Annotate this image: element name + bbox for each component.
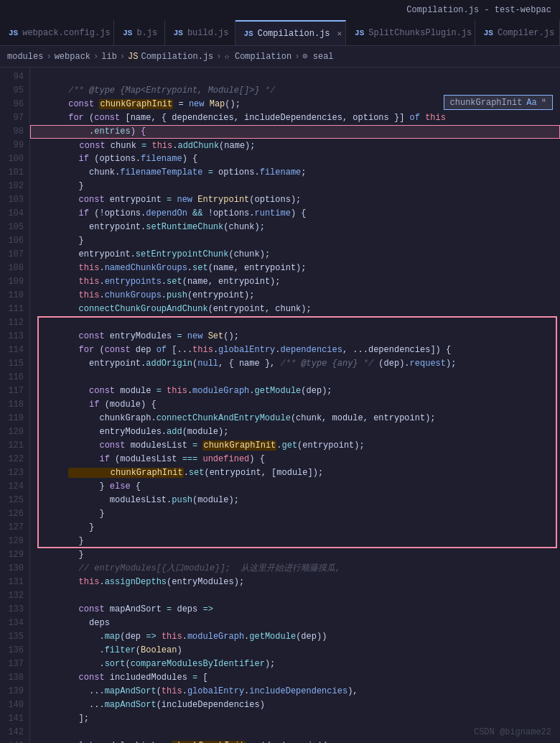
code-line-98: const chunk = this.addChunk(name); — [30, 125, 560, 139]
code-line-106: entrypoint.setEntrypointChunk(chunk); — [30, 234, 560, 248]
code-line-136: .sort(compareModulesByIdentifier); — [30, 644, 560, 657]
code-line-120: const modulesList = chunkGraphInit.get(e… — [30, 425, 560, 439]
tab-close-compilation[interactable]: ✕ — [337, 29, 342, 38]
tab-splitchunks[interactable]: JS SplitChunksPlugin.js — [346, 20, 475, 45]
code-line-130: this.assignDepths(entryModules); — [30, 562, 560, 576]
code-line-119: entryModules.add(module); — [30, 412, 560, 425]
code-line-109: this.chunkGroups.push(entrypoint); — [30, 275, 560, 289]
code-line-143: if (modulesList === undefined) { — [30, 739, 560, 743]
tab-b[interactable]: JS b.js — [114, 20, 165, 45]
bc-compilation-file: Compilation.js — [141, 52, 213, 62]
tab-icon-compiler: JS — [484, 29, 493, 37]
code-line-126: } — [30, 507, 560, 521]
code-line-135: .filter(Boolean) — [30, 630, 560, 644]
code-line-124: modulesList.push(module); — [30, 480, 560, 494]
code-line-139: ...mapAndSort(includeDependencies) — [30, 685, 560, 698]
code-line-131 — [30, 576, 560, 589]
code-line-99: if (options.filename) { — [30, 139, 560, 152]
search-h-button[interactable]: ᴴ — [541, 97, 546, 108]
code-line-110: connectChunkGroupAndChunk(entrypoint, ch… — [30, 289, 560, 303]
code-line-116: const module = this.moduleGraph.getModul… — [30, 371, 560, 384]
code-area: 9495969798 99100101102103 10410510610710… — [0, 68, 560, 743]
tab-label-webpack: webpack.config.js — [22, 28, 110, 38]
code-line-132: const mapAndSort = deps => — [30, 589, 560, 603]
code-line-121: if (modulesList === undefined) { — [30, 439, 560, 453]
code-line-104: entrypoint.setRuntimeChunk(chunk); — [30, 207, 560, 221]
line-numbers: 9495969798 99100101102103 10410510610710… — [0, 68, 30, 743]
code-line-107: this.namedChunkGroups.set(name, entrypoi… — [30, 248, 560, 262]
bc-compilation-class: ☆ Compilation — [225, 51, 292, 62]
code-line-97: .entries) { — [30, 111, 560, 125]
tab-label-compilation: Compilation.js — [258, 29, 330, 39]
watermark: CSDN @bigname22 — [474, 727, 551, 737]
code-line-100: chunk.filenameTemplate = options.filenam… — [30, 152, 560, 166]
code-line-123: } else { — [30, 466, 560, 480]
code-line-115 — [30, 357, 560, 371]
tab-icon-splitchunks: JS — [355, 29, 364, 37]
title-bar: Compilation.js - test-webpac — [0, 0, 560, 20]
bc-js-icon: JS — [128, 52, 138, 62]
code-line-94: /** @type {Map<Entrypoint, Module[]>} */ — [30, 70, 560, 84]
tab-label-b: b.js — [136, 28, 157, 38]
code-line-114: entrypoint.addOrigin(null, { name }, /**… — [30, 343, 560, 357]
code-line-111 — [30, 303, 560, 316]
code-line-134: .map(dep => this.moduleGraph.getModule(d… — [30, 617, 560, 630]
code-line-113: for (const dep of [...this.globalEntry.d… — [30, 330, 560, 343]
code-line-112: const entryModules = new Set(); — [30, 316, 560, 330]
code-line-118: chunkGraph.connectChunkAndEntryModule(ch… — [30, 398, 560, 412]
code-line-101: } — [30, 166, 560, 180]
code-line-117: if (module) { — [30, 384, 560, 398]
code-line-133: deps — [30, 603, 560, 617]
code-line-102: const entrypoint = new Entrypoint(option… — [30, 180, 560, 193]
code-line-127: } — [30, 521, 560, 535]
code-line-137: const includedModules = [ — [30, 657, 560, 671]
tab-compilation[interactable]: JS Compilation.js ✕ — [235, 20, 347, 45]
title-text: Compilation.js - test-webpac — [406, 5, 551, 15]
code-line-128: } — [30, 535, 560, 548]
code-line-141 — [30, 712, 560, 726]
code-content: /** @type {Map<Entrypoint, Module[]>} */… — [30, 68, 560, 743]
code-line-122: chunkGraphInit.set(entrypoint, [module])… — [30, 453, 560, 466]
code-line-103: if (!options.dependOn && !options.runtim… — [30, 193, 560, 207]
tab-webpack-config[interactable]: JS webpack.config.js — [0, 20, 114, 45]
tab-bar: JS webpack.config.js JS b.js JS build.js… — [0, 20, 560, 46]
code-line-129: // entryModules[{入口module}]; 从这里开始进行顺藤摸瓜… — [30, 548, 560, 562]
code-line-105: } — [30, 221, 560, 234]
code-line-108: this.entrypoints.set(name, entrypoint); — [30, 262, 560, 275]
breadcrumb: modules › webpack › lib › JS Compilation… — [0, 46, 560, 68]
search-bar[interactable]: chunkGraphInit Aa ᴴ — [444, 95, 553, 110]
tab-icon-webpack: JS — [9, 29, 18, 37]
tab-label-compiler: Compiler.js — [498, 28, 554, 38]
tab-build[interactable]: JS build.js — [165, 20, 235, 45]
tab-icon-compilation: JS — [244, 29, 253, 38]
bc-lib: lib — [101, 52, 117, 62]
code-line-140: ]; — [30, 698, 560, 712]
code-line-138: ...mapAndSort(this.globalEntry.includeDe… — [30, 671, 560, 685]
bc-seal: ⊙ seal — [302, 51, 333, 62]
search-aa-button[interactable]: Aa — [526, 98, 536, 108]
bc-modules: modules — [7, 52, 43, 62]
tab-icon-build: JS — [174, 29, 183, 37]
code-line-125: } — [30, 494, 560, 507]
search-value: chunkGraphInit — [450, 98, 523, 108]
bc-webpack: webpack — [55, 52, 90, 62]
tab-compiler[interactable]: JS Compiler.js — [475, 20, 560, 45]
tab-label-build: build.js — [187, 28, 229, 38]
tab-label-splitchunks: SplitChunksPlugin.js — [368, 28, 472, 38]
tab-icon-b: JS — [123, 29, 132, 37]
